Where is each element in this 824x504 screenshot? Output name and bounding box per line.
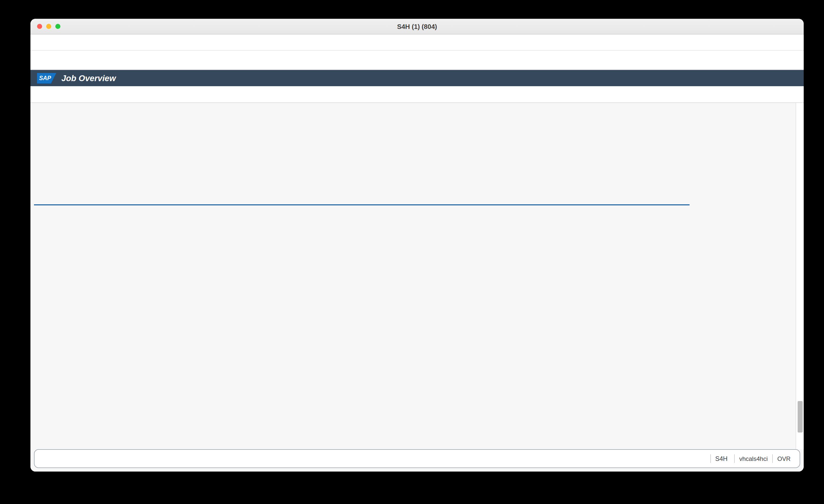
separator <box>772 454 773 463</box>
insert-mode-indicator[interactable]: OVR <box>777 455 791 462</box>
separator <box>710 454 711 463</box>
system-id: S4H <box>715 455 728 462</box>
zoom-button[interactable] <box>55 24 61 29</box>
system-selector[interactable]: S4H <box>715 455 730 462</box>
host-name: vhcals4hci <box>739 455 768 462</box>
window-titlebar[interactable]: S4H (1) (804) <box>30 19 804 34</box>
sap-logo-text: SAP <box>39 75 51 81</box>
status-bar-zone: S4H vhcals4hci OVR <box>30 449 804 472</box>
status-bar: S4H vhcals4hci OVR <box>34 449 800 468</box>
page-title: Job Overview <box>62 73 116 83</box>
vertical-scrollbar[interactable] <box>796 103 804 449</box>
window-title: S4H (1) (804) <box>397 23 437 30</box>
sap-logo: SAP <box>37 73 56 84</box>
application-toolbar <box>30 86 804 103</box>
standard-toolbar <box>30 51 804 70</box>
desktop: S4H (1) (804) SAP Job Overview <box>0 0 824 504</box>
window-controls <box>37 19 61 34</box>
menu-bar <box>30 34 804 51</box>
scrollbar-thumb[interactable] <box>798 401 803 432</box>
application-header: SAP Job Overview <box>30 70 804 86</box>
close-button[interactable] <box>37 24 42 29</box>
dynpro-area <box>30 103 804 449</box>
separator <box>734 454 735 463</box>
job-table <box>34 204 690 205</box>
minimize-button[interactable] <box>46 24 51 29</box>
sap-gui-window: S4H (1) (804) SAP Job Overview <box>30 19 804 472</box>
